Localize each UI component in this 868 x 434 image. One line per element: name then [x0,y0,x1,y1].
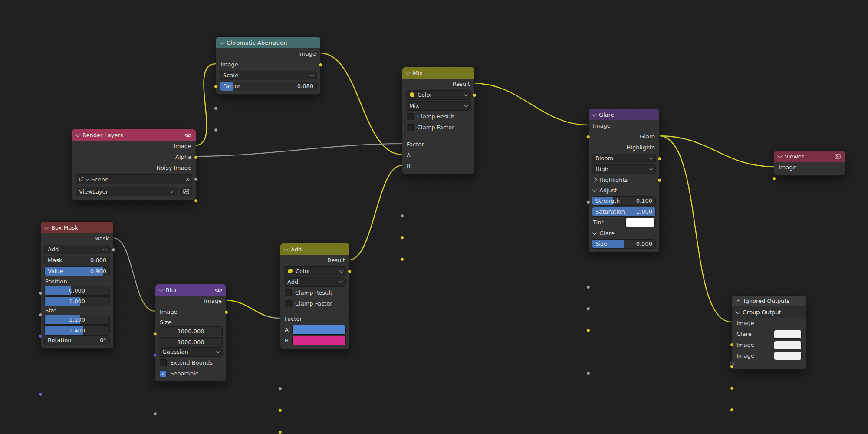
blend-mode-dropdown[interactable]: Mix [406,101,471,111]
render-layer-button[interactable] [180,187,192,196]
node-box-mask[interactable]: Box Mask Mask Add Mask 0.000 Value 0.900 [40,221,114,349]
color-swatch-a[interactable] [292,325,346,335]
data-type-dropdown[interactable]: Color [284,266,346,276]
mask-mode-dropdown[interactable]: Add [44,245,110,254]
rotation-slider[interactable]: Rotation 0° [44,335,110,345]
node-glare[interactable]: Glare Image Glare Highlights Bloom High … [588,108,660,252]
node-header[interactable]: Viewer [774,151,845,162]
strength-slider[interactable]: Strength 0.100 [592,196,656,206]
socket-highlights-output[interactable] [658,178,661,182]
node-render-layers[interactable]: Render Layers Image Alpha Noisy Image Sc… [72,129,196,201]
wire-ca-image-to-mix-a[interactable] [320,53,402,155]
eye-icon[interactable] [184,133,192,138]
node-group-output[interactable]: ⚠ Ignored Outputs Group Output Image Gla… [732,295,806,369]
socket-size-input[interactable] [153,353,157,357]
panel-adjust[interactable]: Adjust [589,185,659,195]
node-editor-canvas[interactable]: Chromatic Aberration Image Image Scale F… [0,0,868,434]
clamp-result-checkbox[interactable] [407,113,414,120]
socket-image-input-1[interactable] [730,343,734,347]
separable-checkbox[interactable]: ✓ [160,370,167,377]
position-y-slider[interactable]: 1.000 [44,296,110,306]
clamp-result-checkbox[interactable] [285,289,292,296]
size-x-slider[interactable]: 1000.000 [159,326,223,336]
node-header[interactable]: Group Output [732,306,806,318]
mask-value-slider[interactable]: Mask 0.000 [44,256,110,265]
socket-a-input[interactable] [400,236,404,240]
socket-image-input[interactable] [214,85,218,89]
node-header[interactable]: Add [280,243,349,255]
socket-image-input[interactable] [586,135,590,139]
size-x-slider[interactable]: 1.100 [44,315,110,325]
view-layer-dropdown[interactable]: ViewLayer [76,187,177,196]
socket-image-input-2[interactable] [730,386,734,390]
size-y-slider[interactable]: 1000.000 [159,337,223,347]
socket-size-input[interactable] [39,392,43,396]
collapse-chevron-icon[interactable] [283,246,288,251]
wire-blur-image-to-add-factor[interactable] [226,300,280,318]
color-swatch-b[interactable] [292,336,346,345]
socket-mask-output[interactable] [112,248,115,252]
node-header[interactable]: Mix [402,67,474,79]
socket-tint-input[interactable] [586,329,590,332]
size-y-slider[interactable]: 1.400 [44,326,110,335]
panel-glare[interactable]: Glare [589,228,659,238]
socket-alpha-output[interactable] [194,177,198,181]
wire-glare-to-viewer-image[interactable] [659,136,774,167]
scale-dropdown[interactable]: Scale [220,71,317,80]
socket-image-output[interactable] [319,63,322,67]
node-header[interactable]: Render Layers [72,129,196,141]
wire-renderlayers-image-to-ca-image[interactable] [195,64,216,145]
collapse-chevron-icon[interactable] [405,70,410,75]
scene-selector[interactable]: Scene ✕ [76,174,192,184]
quality-dropdown[interactable]: High [592,164,656,174]
socket-saturation-input[interactable] [586,307,590,311]
collapse-chevron-icon[interactable] [735,309,740,314]
saturation-slider[interactable]: Saturation 1.000 [592,207,656,217]
socket-result-output[interactable] [348,270,352,273]
panel-highlights[interactable]: Highlights [589,174,659,185]
node-viewer[interactable]: Viewer Image [774,150,845,176]
socket-value-input[interactable] [39,313,43,317]
node-header[interactable]: Box Mask [41,222,113,233]
socket-image-input[interactable] [153,332,157,336]
node-add[interactable]: Add Result Color Add Clamp Result Clamp … [280,243,350,349]
wire-renderlayers-alpha-to-mix-factor[interactable] [195,144,402,156]
socket-image-output[interactable] [194,155,198,159]
socket-image-input-3[interactable] [730,408,734,412]
socket-position-input[interactable] [39,334,43,338]
socket-factor-input[interactable] [278,387,282,391]
collapse-chevron-icon[interactable] [44,224,49,229]
socket-image-input[interactable] [772,177,776,181]
image-value-swatch[interactable] [774,341,802,349]
collapse-chevron-icon[interactable] [158,287,163,292]
close-icon[interactable]: ✕ [183,175,192,184]
node-header[interactable]: Glare [589,109,659,120]
factor-slider[interactable]: Factor 0.080 [220,82,317,91]
socket-scale-input[interactable] [214,106,218,110]
node-mix[interactable]: Mix Result Color Mix Clamp Result Clamp … [402,67,475,174]
node-blur[interactable]: Blur Image Image Size 1000.000 1000.000 [155,284,227,382]
socket-glare-type-input[interactable] [586,200,590,204]
socket-noisy-image-output[interactable] [194,199,198,203]
socket-glare-size-input[interactable] [586,371,590,375]
extend-bounds-checkbox[interactable] [160,359,167,366]
socket-a-input[interactable] [278,408,282,412]
socket-glare-output[interactable] [658,157,661,161]
collapse-chevron-icon[interactable] [75,132,80,137]
node-header[interactable]: Blur [155,284,226,296]
wire-boxmask-mask-to-blur-image[interactable] [113,238,155,311]
blend-mode-dropdown[interactable]: Add [284,277,346,287]
collapse-chevron-icon[interactable] [777,153,782,158]
socket-factor-input[interactable] [400,214,404,218]
glare-value-swatch[interactable] [774,330,802,339]
glare-type-dropdown[interactable]: Bloom [592,154,656,163]
data-type-dropdown[interactable]: Color [406,90,471,100]
wire-glare-to-groupoutput-image[interactable] [659,136,732,322]
tint-color-swatch[interactable] [625,218,655,227]
socket-filter-input[interactable] [153,412,157,416]
socket-b-input[interactable] [278,430,282,434]
wire-mix-result-to-glare-image[interactable] [474,83,588,125]
socket-result-output[interactable] [473,93,477,97]
node-chromatic-aberration[interactable]: Chromatic Aberration Image Image Scale F… [216,36,321,95]
node-header[interactable]: Chromatic Aberration [216,37,320,48]
